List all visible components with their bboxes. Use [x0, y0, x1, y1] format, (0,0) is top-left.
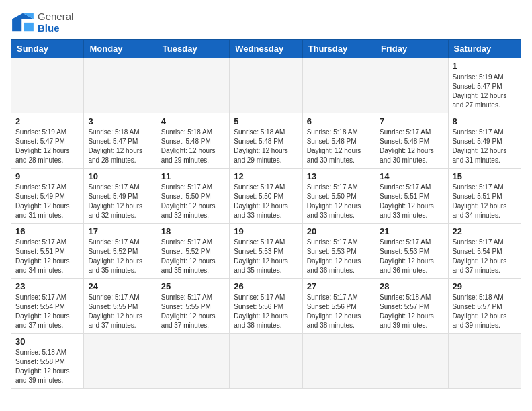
day-number: 10 — [88, 171, 152, 181]
calendar-cell — [302, 334, 375, 389]
day-number: 14 — [380, 171, 443, 181]
day-info: Sunrise: 5:17 AM Sunset: 5:53 PM Dayligh… — [307, 238, 371, 275]
page-header: General Blue — [11, 11, 521, 34]
calendar-cell: 9Sunrise: 5:17 AM Sunset: 5:49 PM Daylig… — [11, 169, 84, 224]
day-number: 22 — [453, 226, 517, 236]
calendar-cell: 29Sunrise: 5:18 AM Sunset: 5:57 PM Dayli… — [448, 279, 521, 334]
calendar-cell: 3Sunrise: 5:18 AM Sunset: 5:47 PM Daylig… — [84, 113, 157, 169]
calendar-cell: 25Sunrise: 5:17 AM Sunset: 5:55 PM Dayli… — [157, 279, 229, 334]
day-info: Sunrise: 5:17 AM Sunset: 5:55 PM Dayligh… — [161, 293, 225, 330]
day-number: 15 — [453, 171, 517, 181]
day-info: Sunrise: 5:18 AM Sunset: 5:58 PM Dayligh… — [15, 348, 79, 385]
calendar-cell: 27Sunrise: 5:17 AM Sunset: 5:56 PM Dayli… — [302, 279, 375, 334]
day-header-monday: Monday — [84, 40, 157, 58]
day-header-saturday: Saturday — [448, 40, 521, 58]
day-info: Sunrise: 5:17 AM Sunset: 5:49 PM Dayligh… — [88, 183, 152, 220]
day-info: Sunrise: 5:17 AM Sunset: 5:54 PM Dayligh… — [15, 293, 79, 330]
calendar-cell: 16Sunrise: 5:17 AM Sunset: 5:51 PM Dayli… — [11, 224, 84, 279]
day-info: Sunrise: 5:18 AM Sunset: 5:57 PM Dayligh… — [380, 293, 443, 330]
day-header-tuesday: Tuesday — [157, 40, 229, 58]
week-row-6: 30Sunrise: 5:18 AM Sunset: 5:58 PM Dayli… — [11, 334, 521, 389]
calendar-cell: 20Sunrise: 5:17 AM Sunset: 5:53 PM Dayli… — [302, 224, 375, 279]
day-number: 17 — [88, 226, 152, 236]
day-number: 16 — [15, 226, 79, 236]
day-info: Sunrise: 5:18 AM Sunset: 5:48 PM Dayligh… — [307, 128, 371, 165]
calendar-cell — [84, 58, 157, 113]
day-number: 8 — [453, 116, 517, 126]
day-info: Sunrise: 5:17 AM Sunset: 5:54 PM Dayligh… — [453, 238, 517, 275]
day-info: Sunrise: 5:18 AM Sunset: 5:57 PM Dayligh… — [453, 293, 517, 330]
calendar-cell: 26Sunrise: 5:17 AM Sunset: 5:56 PM Dayli… — [230, 279, 302, 334]
day-header-sunday: Sunday — [11, 40, 84, 58]
logo-icon — [11, 12, 35, 32]
calendar-cell: 6Sunrise: 5:18 AM Sunset: 5:48 PM Daylig… — [302, 113, 375, 169]
calendar-cell: 21Sunrise: 5:17 AM Sunset: 5:53 PM Dayli… — [375, 224, 448, 279]
calendar-cell: 19Sunrise: 5:17 AM Sunset: 5:53 PM Dayli… — [230, 224, 302, 279]
day-info: Sunrise: 5:17 AM Sunset: 5:53 PM Dayligh… — [234, 238, 298, 275]
day-headers-row: SundayMondayTuesdayWednesdayThursdayFrid… — [11, 40, 521, 58]
calendar-table: SundayMondayTuesdayWednesdayThursdayFrid… — [11, 39, 521, 389]
day-number: 23 — [15, 281, 79, 291]
day-info: Sunrise: 5:17 AM Sunset: 5:55 PM Dayligh… — [88, 293, 152, 330]
day-number: 29 — [453, 281, 517, 291]
calendar-cell: 23Sunrise: 5:17 AM Sunset: 5:54 PM Dayli… — [11, 279, 84, 334]
day-number: 26 — [234, 281, 298, 291]
day-number: 4 — [161, 116, 225, 126]
day-info: Sunrise: 5:17 AM Sunset: 5:49 PM Dayligh… — [15, 183, 79, 220]
day-number: 30 — [15, 336, 79, 347]
day-info: Sunrise: 5:17 AM Sunset: 5:50 PM Dayligh… — [234, 183, 298, 220]
day-info: Sunrise: 5:17 AM Sunset: 5:50 PM Dayligh… — [307, 183, 371, 220]
day-info: Sunrise: 5:17 AM Sunset: 5:51 PM Dayligh… — [453, 183, 517, 220]
calendar-cell: 28Sunrise: 5:18 AM Sunset: 5:57 PM Dayli… — [375, 279, 448, 334]
day-info: Sunrise: 5:17 AM Sunset: 5:49 PM Dayligh… — [453, 128, 517, 165]
calendar-cell: 7Sunrise: 5:17 AM Sunset: 5:48 PM Daylig… — [375, 113, 448, 169]
day-info: Sunrise: 5:18 AM Sunset: 5:48 PM Dayligh… — [161, 128, 225, 165]
day-number: 11 — [161, 171, 225, 181]
day-header-wednesday: Wednesday — [230, 40, 302, 58]
day-number: 27 — [307, 281, 371, 291]
day-number: 28 — [380, 281, 443, 291]
day-number: 1 — [453, 61, 517, 71]
day-number: 5 — [234, 116, 298, 126]
calendar-cell — [375, 58, 448, 113]
calendar-cell — [84, 334, 157, 389]
calendar-cell: 12Sunrise: 5:17 AM Sunset: 5:50 PM Dayli… — [230, 169, 302, 224]
day-number: 13 — [307, 171, 371, 181]
calendar-cell: 13Sunrise: 5:17 AM Sunset: 5:50 PM Dayli… — [302, 169, 375, 224]
calendar-cell — [230, 58, 302, 113]
day-header-thursday: Thursday — [302, 40, 375, 58]
day-number: 9 — [15, 171, 79, 181]
calendar-cell: 17Sunrise: 5:17 AM Sunset: 5:52 PM Dayli… — [84, 224, 157, 279]
day-info: Sunrise: 5:18 AM Sunset: 5:48 PM Dayligh… — [234, 128, 298, 165]
day-number: 18 — [161, 226, 225, 236]
calendar-cell: 5Sunrise: 5:18 AM Sunset: 5:48 PM Daylig… — [230, 113, 302, 169]
week-row-4: 16Sunrise: 5:17 AM Sunset: 5:51 PM Dayli… — [11, 224, 521, 279]
calendar-cell: 24Sunrise: 5:17 AM Sunset: 5:55 PM Dayli… — [84, 279, 157, 334]
calendar-cell — [11, 58, 84, 113]
day-number: 19 — [234, 226, 298, 236]
week-row-3: 9Sunrise: 5:17 AM Sunset: 5:49 PM Daylig… — [11, 169, 521, 224]
calendar-cell: 22Sunrise: 5:17 AM Sunset: 5:54 PM Dayli… — [448, 224, 521, 279]
day-number: 3 — [88, 116, 152, 126]
day-info: Sunrise: 5:18 AM Sunset: 5:47 PM Dayligh… — [88, 128, 152, 165]
day-info: Sunrise: 5:17 AM Sunset: 5:48 PM Dayligh… — [380, 128, 443, 165]
logo-text: General Blue — [38, 11, 73, 34]
day-number: 7 — [380, 116, 443, 126]
day-number: 2 — [15, 116, 79, 126]
calendar-cell — [230, 334, 302, 389]
day-number: 12 — [234, 171, 298, 181]
calendar-cell: 11Sunrise: 5:17 AM Sunset: 5:50 PM Dayli… — [157, 169, 229, 224]
calendar-cell — [157, 58, 229, 113]
calendar-cell — [302, 58, 375, 113]
day-info: Sunrise: 5:17 AM Sunset: 5:51 PM Dayligh… — [15, 238, 79, 275]
day-info: Sunrise: 5:17 AM Sunset: 5:56 PM Dayligh… — [307, 293, 371, 330]
calendar-cell: 1Sunrise: 5:19 AM Sunset: 5:47 PM Daylig… — [448, 58, 521, 113]
calendar-cell — [375, 334, 448, 389]
calendar-cell — [448, 334, 521, 389]
day-number: 24 — [88, 281, 152, 291]
week-row-2: 2Sunrise: 5:19 AM Sunset: 5:47 PM Daylig… — [11, 113, 521, 169]
svg-rect-0 — [12, 19, 21, 32]
week-row-1: 1Sunrise: 5:19 AM Sunset: 5:47 PM Daylig… — [11, 58, 521, 113]
calendar-cell: 14Sunrise: 5:17 AM Sunset: 5:51 PM Dayli… — [375, 169, 448, 224]
calendar-cell — [157, 334, 229, 389]
